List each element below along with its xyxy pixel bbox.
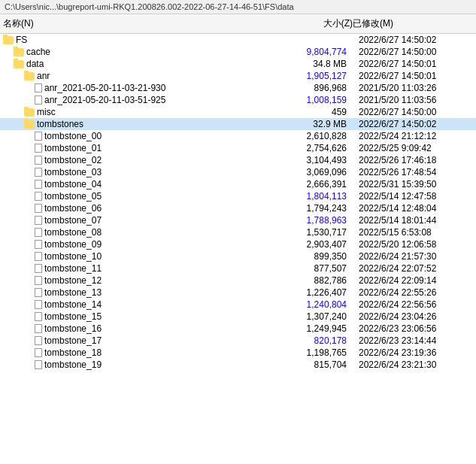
item-size: 899,350 [277, 251, 353, 262]
list-item[interactable]: anr_2021-05-20-11-03-21-930896,9682021/5… [0, 82, 476, 94]
list-item[interactable]: tombstone_012,754,6262022/5/25 9:09:42 [0, 142, 476, 154]
name-cell: tombstone_05 [3, 191, 277, 202]
file-icon [35, 144, 42, 153]
file-icon [35, 96, 42, 105]
list-item[interactable]: tombstone_071,788,9632022/5/14 18:01:44 [0, 214, 476, 226]
name-cell: tombstone_12 [3, 275, 277, 286]
item-size: 2,666,391 [277, 179, 353, 190]
folder-icon [3, 36, 14, 44]
list-item[interactable]: tombstone_092,903,4072022/5/20 12:06:58 [0, 238, 476, 250]
list-item[interactable]: tombstone_131,226,4072022/6/24 22:55:26 [0, 287, 476, 299]
item-date: 2022/5/14 18:01:44 [353, 215, 473, 226]
item-name: tombstone_15 [44, 311, 102, 322]
col-date-header[interactable]: 已修改(M) [353, 16, 473, 32]
col-name-header[interactable]: 名称(N) [3, 16, 277, 32]
list-item[interactable]: tombstone_12882,7862022/6/24 22:09:14 [0, 274, 476, 287]
item-name: tombstone_01 [44, 143, 102, 153]
list-item[interactable]: data34.8 MB2022/6/27 14:50:01 [0, 58, 476, 70]
name-cell: tombstone_04 [3, 179, 277, 190]
name-cell: anr_2021-05-20-11-03-21-930 [3, 83, 277, 93]
item-name: tombstone_18 [44, 347, 102, 358]
item-name: tombstone_16 [44, 323, 102, 334]
list-item[interactable]: tombstone_061,794,2432022/5/14 12:48:04 [0, 202, 476, 214]
item-name: tombstone_12 [44, 275, 102, 286]
file-icon [35, 324, 42, 333]
item-size: 2,754,626 [277, 143, 353, 153]
name-cell: tombstone_14 [3, 299, 277, 310]
list-item[interactable]: tombstone_023,104,4932022/5/26 17:46:18 [0, 154, 476, 166]
item-size: 1,008,159 [277, 95, 353, 105]
list-item[interactable]: tombstone_033,069,0962022/5/26 17:48:54 [0, 166, 476, 178]
item-date: 2022/5/25 9:09:42 [353, 143, 473, 153]
list-item[interactable]: misc4592022/6/27 14:50:00 [0, 106, 476, 118]
item-name: tombstone_13 [44, 287, 102, 298]
file-icon [35, 240, 42, 249]
list-item[interactable]: tombstone_081,530,7172022/5/15 6:53:08 [0, 226, 476, 238]
list-item[interactable]: tombstone_19815,7042022/6/24 23:21:30 [0, 359, 476, 371]
item-date: 2021/5/20 11:03:26 [353, 83, 473, 93]
item-size: 1,307,240 [277, 311, 353, 322]
file-icon [35, 228, 42, 237]
list-item[interactable]: tombstone_141,240,8042022/6/24 22:56:56 [0, 299, 476, 311]
file-icon [35, 132, 42, 141]
name-cell: tombstone_19 [3, 359, 277, 370]
file-icon [35, 336, 42, 345]
item-name: tombstone_05 [44, 191, 102, 202]
file-icon [35, 276, 42, 285]
list-item[interactable]: FS2022/6/27 14:50:02 [0, 34, 476, 46]
item-size: 1,905,127 [277, 71, 353, 81]
list-item[interactable]: tombstone_002,610,8282022/5/24 21:12:12 [0, 130, 476, 142]
name-cell: misc [3, 107, 277, 117]
address-bar[interactable]: C:\Users\nic...\bugreport-umi-RKQ1.20082… [0, 0, 476, 14]
name-cell: tombstones [3, 119, 277, 129]
item-date: 2022/6/27 14:50:00 [353, 107, 473, 117]
name-cell: tombstone_16 [3, 323, 277, 334]
item-size: 1,788,963 [277, 215, 353, 226]
item-size: 3,104,493 [277, 155, 353, 165]
item-size: 2,610,828 [277, 131, 353, 141]
list-item[interactable]: tombstone_11877,5072022/6/24 22:07:52 [0, 262, 476, 274]
item-date: 2022/5/24 21:12:12 [353, 131, 473, 141]
name-cell: tombstone_08 [3, 227, 277, 238]
file-icon [35, 348, 42, 357]
folder-icon [14, 60, 24, 68]
item-size: 882,786 [277, 275, 353, 286]
item-name: anr_2021-05-20-11-03-21-930 [44, 83, 165, 93]
list-item[interactable]: tombstone_10899,3502022/6/24 21:57:30 [0, 250, 476, 262]
item-size: 9,804,774 [277, 47, 353, 57]
name-cell: tombstone_11 [3, 263, 277, 274]
name-cell: tombstone_03 [3, 167, 277, 177]
name-cell: anr [3, 71, 277, 81]
name-cell: tombstone_13 [3, 287, 277, 298]
item-date: 2022/6/24 22:55:26 [353, 287, 473, 298]
file-icon [35, 288, 42, 297]
list-item[interactable]: tombstone_051,804,1132022/5/14 12:47:58 [0, 190, 476, 202]
name-cell: tombstone_17 [3, 335, 277, 346]
item-name: cache [26, 47, 50, 57]
list-item[interactable]: tombstone_17820,1782022/6/23 23:14:44 [0, 335, 476, 347]
item-name: anr_2021-05-20-11-03-51-925 [44, 95, 165, 105]
name-cell: tombstone_00 [3, 131, 277, 141]
list-item[interactable]: tombstone_161,249,9452022/6/23 23:06:56 [0, 323, 476, 335]
item-date: 2022/5/26 17:48:54 [353, 167, 473, 177]
item-date: 2022/6/27 14:50:01 [353, 71, 473, 81]
list-item[interactable]: tombstone_042,666,3912022/5/31 15:39:50 [0, 178, 476, 190]
item-size: 459 [277, 107, 353, 117]
col-size-header[interactable]: 大小(Z) [277, 16, 353, 32]
item-name: tombstone_00 [44, 131, 102, 141]
list-item[interactable]: anr1,905,1272022/6/27 14:50:01 [0, 70, 476, 82]
list-item[interactable]: anr_2021-05-20-11-03-51-9251,008,1592021… [0, 94, 476, 106]
item-date: 2022/6/23 23:06:56 [353, 323, 473, 334]
item-date: 2022/5/31 15:39:50 [353, 179, 473, 190]
list-item[interactable]: tombstone_181,198,7652022/6/24 23:19:36 [0, 347, 476, 359]
folder-icon [24, 108, 35, 117]
list-item[interactable]: tombstone_151,307,2402022/6/24 23:04:26 [0, 311, 476, 323]
item-size: 1,794,243 [277, 203, 353, 214]
item-date: 2022/6/24 21:57:30 [353, 251, 473, 262]
file-icon [35, 216, 42, 225]
list-item[interactable]: cache9,804,7742022/6/27 14:50:00 [0, 46, 476, 58]
item-name: tombstone_04 [44, 179, 102, 190]
item-date: 2022/6/27 14:50:00 [353, 47, 473, 57]
item-name: tombstone_03 [44, 167, 102, 177]
list-item[interactable]: tombstones32.9 MB2022/6/27 14:50:02 [0, 118, 476, 130]
